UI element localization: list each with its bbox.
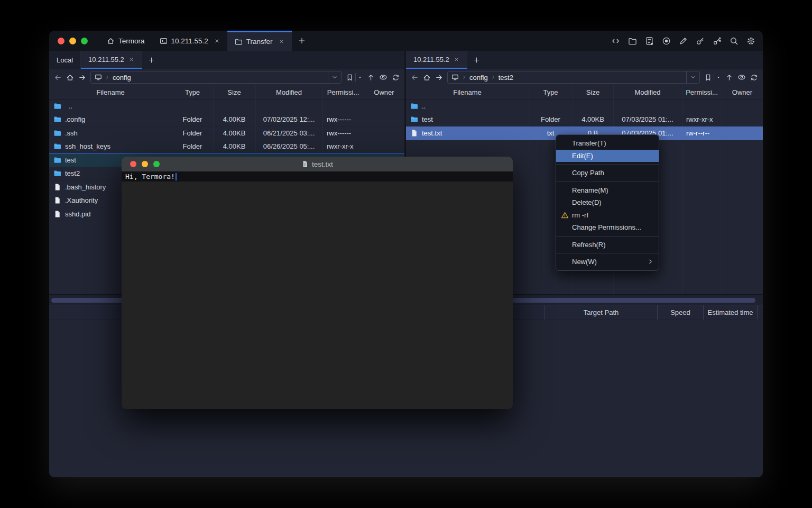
- home-button[interactable]: [66, 74, 74, 81]
- col-modified[interactable]: Modified: [255, 88, 322, 96]
- show-hidden-button[interactable]: [737, 73, 746, 81]
- type: Folder: [172, 142, 213, 150]
- table-row[interactable]: ssh_host_keys Folder 4.00KB 06/26/2025 0…: [49, 140, 404, 154]
- close-icon[interactable]: [279, 39, 284, 44]
- menu-item-transfer[interactable]: Transfer(T): [556, 137, 659, 150]
- key-icon[interactable]: [696, 37, 705, 46]
- tab-termora[interactable]: Termora: [99, 31, 152, 51]
- tab-local[interactable]: Local: [49, 51, 81, 69]
- menu-label: New(W): [572, 258, 597, 266]
- filename: sshd.pid: [65, 210, 90, 218]
- permissions: rwx------: [322, 115, 364, 123]
- menu-item-rm-rf[interactable]: rm -rf: [556, 209, 659, 222]
- table-row[interactable]: test Folder 4.00KB 07/03/2025 01:... rwx…: [406, 113, 763, 127]
- path-segment[interactable]: config: [113, 74, 131, 81]
- path-dropdown-button[interactable]: [686, 71, 699, 83]
- col-size[interactable]: Size: [213, 88, 255, 96]
- menu-item-delete[interactable]: Delete(D): [556, 196, 659, 209]
- col-estimated-time[interactable]: Estimated time: [703, 305, 757, 320]
- settings-icon[interactable]: [746, 37, 755, 46]
- parent-dir-button[interactable]: [367, 74, 375, 81]
- eye-icon: [379, 73, 387, 81]
- menu-label: Change Permissions...: [572, 223, 641, 231]
- caret-down-icon[interactable]: [357, 75, 363, 80]
- back-button[interactable]: [411, 74, 419, 81]
- new-pane-tab-button[interactable]: [142, 51, 161, 69]
- table-row[interactable]: .config Folder 4.00KB 07/02/2025 12:... …: [49, 113, 404, 127]
- filename: .bash_history: [65, 183, 106, 191]
- path-breadcrumb[interactable]: config test2: [447, 71, 700, 84]
- close-icon[interactable]: [214, 38, 220, 44]
- keychain-icon[interactable]: [713, 37, 722, 46]
- editor-body[interactable]: Hi, Termora!: [122, 171, 513, 409]
- record-icon[interactable]: [662, 37, 671, 46]
- col-filename[interactable]: Filename: [406, 88, 529, 96]
- forward-button[interactable]: [78, 74, 86, 81]
- col-modified[interactable]: Modified: [613, 88, 682, 96]
- col-filename[interactable]: Filename: [49, 88, 172, 96]
- menu-item-edit[interactable]: Edit(E): [556, 150, 659, 162]
- zoom-window-button[interactable]: [81, 38, 88, 44]
- search-icon[interactable]: [730, 37, 739, 46]
- menu-item-copy-path[interactable]: Copy Path: [556, 167, 659, 179]
- table-row[interactable]: ..: [49, 99, 404, 113]
- col-owner[interactable]: Owner: [722, 88, 763, 96]
- caret-down-icon[interactable]: [716, 75, 721, 80]
- close-window-button[interactable]: [58, 38, 64, 44]
- path-segment[interactable]: test2: [499, 74, 513, 81]
- code-icon[interactable]: [611, 37, 620, 46]
- path-breadcrumb[interactable]: config: [90, 71, 342, 84]
- col-owner[interactable]: Owner: [364, 88, 404, 96]
- show-hidden-button[interactable]: [379, 73, 387, 81]
- warning-icon: [561, 211, 569, 219]
- table-header: Filename Type Size Modified Permissi... …: [406, 85, 763, 99]
- col-speed[interactable]: Speed: [657, 305, 703, 320]
- filename: ..: [422, 102, 426, 110]
- col-target-path[interactable]: Target Path: [545, 305, 657, 320]
- minimize-window-button[interactable]: [142, 161, 148, 167]
- bookmark-button[interactable]: [346, 73, 363, 81]
- filename: test: [65, 156, 76, 164]
- table-row[interactable]: ..: [406, 99, 763, 113]
- menu-item-rename[interactable]: Rename(M): [556, 184, 659, 197]
- forward-button[interactable]: [435, 74, 443, 81]
- editor-line[interactable]: Hi, Termora!: [122, 171, 513, 182]
- col-size[interactable]: Size: [573, 88, 613, 96]
- tab-transfer[interactable]: Transfer: [227, 31, 292, 51]
- refresh-button[interactable]: [750, 74, 758, 81]
- editor-titlebar[interactable]: test.txt: [122, 157, 513, 171]
- close-icon[interactable]: [128, 57, 134, 62]
- path-dropdown-button[interactable]: [328, 71, 341, 83]
- home-button[interactable]: [423, 74, 431, 81]
- close-icon[interactable]: [454, 57, 459, 62]
- parent-dir-button[interactable]: [725, 74, 733, 81]
- menu-item-refresh[interactable]: Refresh(R): [556, 239, 659, 251]
- file-icon: [53, 183, 61, 191]
- folder-icon: [235, 38, 243, 46]
- edit-icon[interactable]: [679, 37, 688, 46]
- col-permissions[interactable]: Permissi...: [682, 88, 722, 96]
- menu-item-change-permissions[interactable]: Change Permissions...: [556, 221, 659, 234]
- col-type[interactable]: Type: [529, 88, 573, 96]
- path-segment[interactable]: config: [469, 74, 488, 81]
- editor-window-controls: [130, 161, 160, 167]
- col-permissions[interactable]: Permissi...: [322, 88, 364, 96]
- folder-icon[interactable]: [628, 37, 637, 46]
- tab-remote-host[interactable]: 10.211.55.2: [81, 51, 142, 69]
- tab-remote-host[interactable]: 10.211.55.2: [406, 51, 467, 69]
- bookmark-button[interactable]: [704, 73, 721, 81]
- col-type[interactable]: Type: [172, 88, 213, 96]
- zoom-window-button[interactable]: [153, 161, 160, 167]
- close-window-button[interactable]: [130, 161, 136, 167]
- back-button[interactable]: [54, 74, 62, 81]
- minimize-window-button[interactable]: [69, 38, 76, 44]
- log-icon[interactable]: [645, 37, 654, 46]
- table-row[interactable]: .ssh Folder 4.00KB 06/21/2025 03:... rwx…: [49, 126, 404, 140]
- menu-label: rm -rf: [572, 211, 588, 219]
- filename: test2: [65, 169, 80, 177]
- tab-host[interactable]: 10.211.55.2: [152, 31, 227, 51]
- new-pane-tab-button[interactable]: [467, 51, 486, 69]
- menu-item-new[interactable]: New(W): [556, 256, 659, 268]
- new-tab-button[interactable]: [292, 31, 312, 51]
- refresh-button[interactable]: [392, 74, 400, 81]
